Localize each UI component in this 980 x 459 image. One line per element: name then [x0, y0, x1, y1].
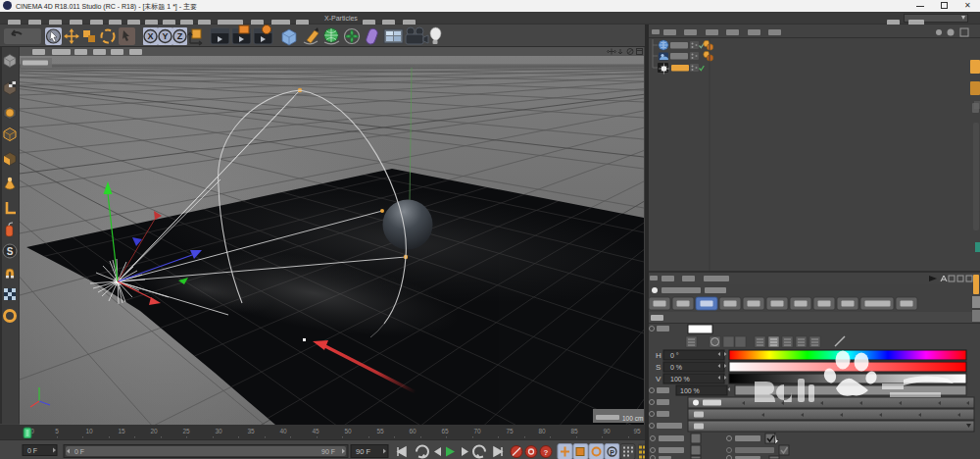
svg-text:0 F: 0 F: [27, 447, 37, 454]
svg-text:H: H: [656, 351, 662, 360]
svg-text:45: 45: [312, 428, 319, 434]
svg-text:100 cm: 100 cm: [622, 415, 643, 422]
svg-text:Y: Y: [162, 31, 168, 41]
svg-text:80: 80: [538, 428, 546, 434]
svg-text:25: 25: [182, 428, 190, 434]
svg-text:90 F: 90 F: [356, 447, 370, 456]
svg-text:65: 65: [441, 428, 449, 434]
svg-text:40: 40: [279, 428, 287, 434]
svg-text:50: 50: [344, 428, 352, 434]
svg-text:V: V: [656, 375, 662, 383]
svg-text:Z: Z: [177, 31, 183, 41]
svg-text:70: 70: [473, 428, 481, 434]
svg-text:30: 30: [215, 428, 222, 434]
svg-text:X: X: [147, 31, 153, 41]
svg-text:90 F: 90 F: [321, 448, 335, 455]
svg-text:35: 35: [247, 428, 255, 434]
svg-text:0 %: 0 %: [670, 364, 682, 371]
svg-text:100 %: 100 %: [670, 376, 690, 382]
svg-text:?: ?: [544, 448, 549, 457]
svg-text:100 %: 100 %: [680, 387, 700, 394]
svg-text:10: 10: [85, 428, 93, 434]
svg-text:90: 90: [603, 428, 611, 434]
svg-text:55: 55: [376, 428, 384, 434]
svg-text:S: S: [656, 363, 661, 372]
svg-text:75: 75: [506, 428, 514, 434]
svg-text:15: 15: [118, 428, 125, 434]
svg-text:85: 85: [570, 428, 578, 434]
svg-text:20: 20: [150, 428, 158, 434]
svg-text:0 °: 0 °: [670, 352, 679, 359]
svg-text:60: 60: [409, 428, 416, 434]
svg-text:0 F: 0 F: [74, 448, 84, 455]
svg-text:P: P: [610, 449, 614, 456]
svg-text:S: S: [7, 246, 14, 257]
svg-text:5: 5: [55, 428, 59, 434]
svg-text:95: 95: [633, 428, 641, 434]
